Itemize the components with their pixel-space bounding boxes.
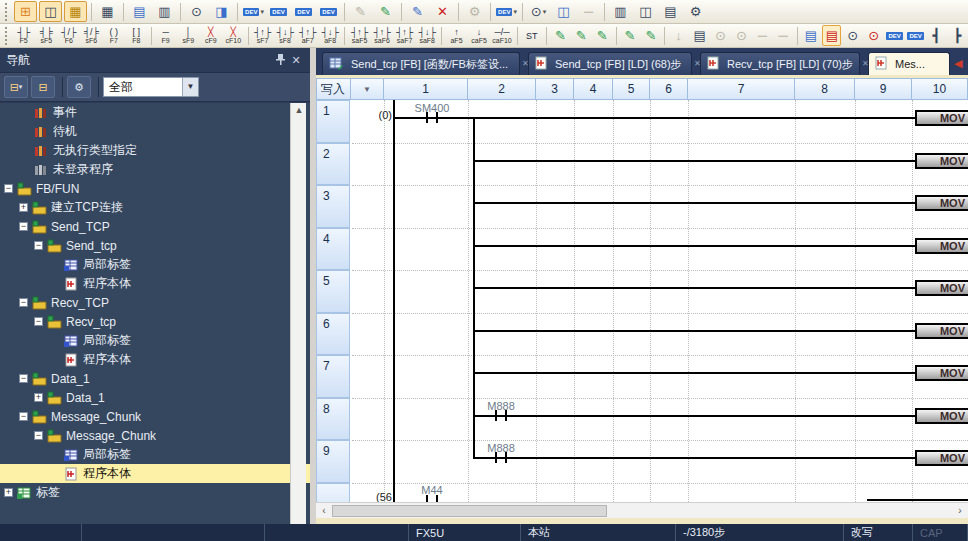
falling-pulse-branch-button[interactable]: ┤↓├aF8 — [320, 25, 341, 47]
device-comment-icon[interactable]: DEV▾ — [242, 1, 265, 22]
collapse-icon[interactable]: − — [19, 412, 28, 421]
delete-vline-button[interactable]: ╳cF10 — [223, 25, 244, 47]
tree-item-Recv_tcp[interactable]: −Recv_tcp — [0, 312, 310, 331]
contact-tick[interactable] — [505, 452, 507, 463]
contact-tick[interactable] — [426, 112, 428, 123]
close-icon[interactable]: ✕ — [288, 54, 304, 67]
open-contact-button[interactable]: ┤├F5 — [13, 25, 34, 47]
tree-item-程序本体[interactable]: 程序本体 — [0, 274, 310, 293]
row-number-cell[interactable]: 7 — [316, 355, 350, 398]
tree-item-标签[interactable]: +标签 — [0, 483, 310, 502]
tree-item-无执行类型指定[interactable]: 无执行类型指定 — [0, 141, 310, 160]
collapse-icon[interactable]: − — [34, 431, 43, 440]
falling-pulse-button[interactable]: ┤↓├sF8 — [275, 25, 296, 47]
device-display-icon[interactable]: DEV▾ — [495, 1, 518, 22]
tree-item-Recv_TCP[interactable]: −Recv_TCP — [0, 293, 310, 312]
tab-scroll-left-icon[interactable]: ◀ — [954, 57, 962, 70]
tree-item-Data_1[interactable]: +Data_1 — [0, 388, 310, 407]
monitor-window-icon[interactable]: ◫ — [39, 1, 62, 22]
instruction-box[interactable]: MOV — [915, 323, 968, 339]
tree-item-建立TCP连接[interactable]: +建立TCP连接 — [0, 198, 310, 217]
instruction-box[interactable]: MOV — [915, 110, 968, 126]
document-tab-1[interactable]: Send_tcp [FB] [函数/FB标签设... — [322, 52, 520, 75]
program-editor-icon[interactable]: ▤ — [128, 1, 151, 22]
edit-rung-label-icon[interactable]: ✎ — [621, 25, 640, 46]
contact-tick[interactable] — [426, 495, 428, 502]
tree-item-FB/FUN[interactable]: −FB/FUN — [0, 179, 310, 198]
tree-item-程序本体[interactable]: 程序本体 — [0, 350, 310, 369]
tree-item-待机[interactable]: 待机 — [0, 122, 310, 141]
row-number-cell[interactable]: 6 — [316, 313, 350, 356]
label-pencil-icon[interactable]: ✎ — [406, 1, 429, 22]
display-lines-active-icon[interactable]: ▤ — [822, 25, 841, 46]
falling-edge-button[interactable]: ↓caF5 — [469, 25, 490, 47]
close-branch-button[interactable]: ╡/╞sF6 — [81, 25, 102, 47]
device-memory-icon[interactable]: DEV — [267, 1, 290, 22]
vertical-line-button[interactable]: │sF9 — [178, 25, 199, 47]
project-tree-icon[interactable]: ⊞ — [14, 1, 37, 22]
write-mode-indicator[interactable]: 写入 — [316, 78, 351, 100]
pulse-close-button[interactable]: ┤↑├saF6 — [372, 25, 393, 47]
edit-coil-open-icon[interactable]: ✎ — [572, 25, 591, 46]
undo-ladder-icon[interactable]: ↓ — [669, 25, 688, 46]
verify-icon[interactable]: ✎ — [374, 1, 397, 22]
tree-item-Message_Chunk[interactable]: −Message_Chunk — [0, 426, 310, 445]
settings-gear-icon[interactable]: ⚙ — [67, 76, 91, 98]
collapse-icon[interactable]: − — [19, 374, 28, 383]
find-document-next-icon[interactable]: ⊙ — [732, 25, 751, 46]
instruction-box[interactable]: MOV — [915, 238, 968, 254]
contact-tick[interactable] — [436, 112, 438, 123]
row-number-cell[interactable] — [316, 483, 350, 502]
collapse-all-button[interactable]: ⊟ — [31, 76, 55, 98]
zoom-window-icon[interactable]: ◫ — [552, 1, 575, 22]
horizontal-line-button[interactable]: ─F9 — [155, 25, 176, 47]
edit-coil-icon[interactable]: ✎ — [593, 25, 612, 46]
tree-item-Message_Chunk[interactable]: −Message_Chunk — [0, 407, 310, 426]
io-check-icon[interactable]: ✕ — [431, 1, 454, 22]
row-number-cell[interactable]: 8 — [316, 398, 350, 441]
horizontal-scrollbar[interactable]: ‹ › — [316, 502, 968, 518]
chevron-down-icon[interactable]: ▼ — [182, 78, 198, 96]
row-number-cell[interactable]: 1 — [316, 100, 350, 143]
zoom-icon[interactable]: ⊙▾ — [527, 1, 550, 22]
expand-icon[interactable]: + — [34, 393, 43, 402]
row-number-cell[interactable]: 2 — [316, 143, 350, 186]
contact-tick[interactable] — [436, 495, 438, 502]
indent-right-icon[interactable]: ┣ — [948, 25, 967, 46]
document-tab-4[interactable]: Mes... — [868, 52, 950, 75]
contact-tick[interactable] — [495, 410, 497, 421]
tree-scrollbar[interactable]: ▲ ▼ — [290, 103, 306, 541]
scroll-up-icon[interactable]: ▲ — [291, 103, 307, 118]
tree-item-Data_1[interactable]: −Data_1 — [0, 369, 310, 388]
invert-result-button[interactable]: ─/─caF10 — [491, 25, 512, 47]
st-inline-button[interactable]: ST — [522, 25, 543, 47]
window-rotate-icon[interactable]: ◫ — [634, 1, 657, 22]
delete-hline-button[interactable]: ╳cF9 — [200, 25, 221, 47]
tree-item-局部标签[interactable]: 局部标签 — [0, 331, 310, 350]
tree-item-未登录程序[interactable]: 未登录程序 — [0, 160, 310, 179]
instruction-box[interactable]: MOV — [915, 280, 968, 296]
coil-button[interactable]: ( )F7 — [104, 25, 125, 47]
insert-line-icon[interactable]: ─ — [753, 25, 772, 46]
contact-tick[interactable] — [505, 410, 507, 421]
collapse-icon[interactable]: − — [4, 184, 13, 193]
row-number-cell[interactable]: 3 — [316, 185, 350, 228]
rising-pulse-branch-button[interactable]: ┤↑├aF7 — [297, 25, 318, 47]
pulse-open-branch-button[interactable]: ┤↑├saF7 — [394, 25, 415, 47]
zoom-document-icon[interactable]: ⊙ — [843, 25, 862, 46]
device-transfer-icon[interactable]: DEV — [906, 25, 925, 46]
instruction-box[interactable]: MOV — [915, 195, 968, 211]
online-operation-icon[interactable]: ✎ — [349, 1, 372, 22]
parameter-setting-icon[interactable]: ▦ — [64, 1, 87, 22]
rising-edge-button[interactable]: ↑aF5 — [446, 25, 467, 47]
tree-item-事件[interactable]: 事件 — [0, 103, 310, 122]
instruction-box[interactable]: MOV — [915, 365, 968, 381]
instruction-box[interactable]: MOV — [915, 450, 968, 466]
open-branch-button[interactable]: ╡╞sF5 — [36, 25, 57, 47]
tree-item-局部标签[interactable]: 局部标签 — [0, 255, 310, 274]
instruction-box[interactable]: MOV — [915, 408, 968, 424]
find-in-window-icon[interactable]: ◨ — [210, 1, 233, 22]
module-configuration-icon[interactable]: ▦ — [96, 1, 119, 22]
device-batch-icon[interactable]: DEV — [317, 1, 340, 22]
expand-icon[interactable]: + — [4, 488, 13, 497]
